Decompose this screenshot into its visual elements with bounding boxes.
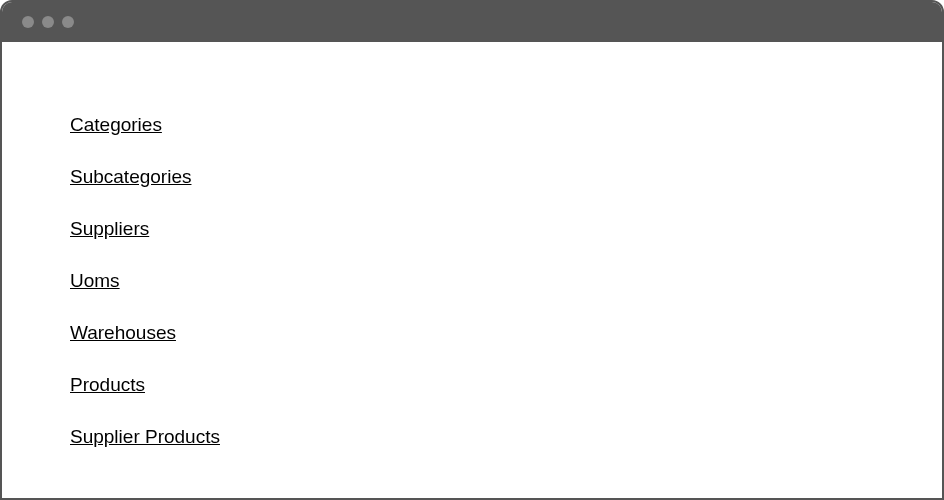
nav-link-categories[interactable]: Categories (70, 114, 162, 136)
window-close-dot[interactable] (22, 16, 34, 28)
list-item: Products (70, 374, 942, 396)
list-item: Suppliers (70, 218, 942, 240)
list-item: Uoms (70, 270, 942, 292)
window-maximize-dot[interactable] (62, 16, 74, 28)
main-content: Categories Subcategories Suppliers Uoms … (2, 42, 942, 448)
list-item: Warehouses (70, 322, 942, 344)
window-frame: Categories Subcategories Suppliers Uoms … (0, 0, 944, 500)
list-item: Subcategories (70, 166, 942, 188)
nav-list: Categories Subcategories Suppliers Uoms … (70, 114, 942, 448)
nav-link-uoms[interactable]: Uoms (70, 270, 120, 292)
nav-link-supplier-products[interactable]: Supplier Products (70, 426, 220, 448)
list-item: Supplier Products (70, 426, 942, 448)
nav-link-subcategories[interactable]: Subcategories (70, 166, 191, 188)
nav-link-products[interactable]: Products (70, 374, 145, 396)
window-titlebar (2, 2, 942, 42)
nav-link-suppliers[interactable]: Suppliers (70, 218, 149, 240)
window-minimize-dot[interactable] (42, 16, 54, 28)
nav-link-warehouses[interactable]: Warehouses (70, 322, 176, 344)
list-item: Categories (70, 114, 942, 136)
